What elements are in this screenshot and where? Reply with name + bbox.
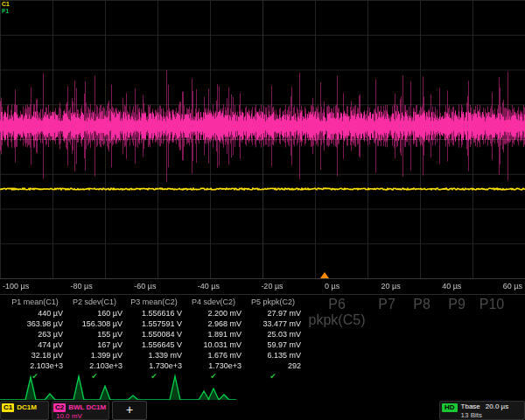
measure-column: P3 mean(C2)1.556616 V1.557591 V1.550084 … xyxy=(126,297,186,382)
timebase-value: 20.0 µs xyxy=(486,402,508,411)
measure-column-header[interactable]: P5 pkpk(C2) xyxy=(245,297,301,308)
time-axis: -100 µs-80 µs-60 µs-40 µs-20 µs0 µs20 µs… xyxy=(0,279,525,293)
measure-value: 1.550084 V xyxy=(126,329,182,340)
measure-value: 6.135 mV xyxy=(245,350,301,360)
measure-value: 1.730e+3 xyxy=(186,360,242,371)
c2-coupling-label: BWL DC1M xyxy=(68,403,106,411)
measure-value: 156.308 µV xyxy=(66,318,122,329)
timebase-bits-label: 13 Bits xyxy=(461,411,509,420)
measure-value: 1.399 µV xyxy=(66,350,122,360)
measure-table: P1 mean(C1)440 µV363.98 µV263 µV474 µV32… xyxy=(0,294,525,380)
measure-column-header[interactable]: P9 xyxy=(439,297,474,312)
timebase-descriptor[interactable]: HD Tbase 20.0 µs 13 Bits xyxy=(439,401,525,420)
measure-value: 167 µV xyxy=(66,340,122,350)
time-axis-label: -100 µs xyxy=(3,282,29,290)
trace-status-label: F1 xyxy=(2,8,10,15)
measure-value: 33.477 mV xyxy=(245,318,301,329)
trigger-position-icon xyxy=(320,272,329,278)
cursor-crosshair-button[interactable]: + xyxy=(112,401,147,420)
measure-column: P5 pkpk(C2)27.97 mV33.477 mV25.03 mV59.9… xyxy=(245,297,304,382)
channel-c2-descriptor[interactable]: C2 BWL DC1M 10.0 mV xyxy=(52,401,109,420)
time-axis-label: 20 µs xyxy=(382,282,401,290)
measure-value: 1.556645 V xyxy=(126,340,182,350)
time-axis-label: -60 µs xyxy=(134,282,156,290)
measure-value: 155 µV xyxy=(66,329,122,340)
timebase-label: Tbase xyxy=(461,402,480,411)
histogram-canvas xyxy=(0,373,525,402)
measure-value: 25.03 mV xyxy=(245,329,301,340)
measure-value: 32.18 µV xyxy=(7,350,63,360)
time-axis-label: 40 µs xyxy=(442,282,461,290)
measure-value: 27.97 mV xyxy=(245,308,301,318)
measure-value: 292 xyxy=(245,360,301,371)
c2-channel-tag: C2 xyxy=(53,403,66,412)
bottom-descriptor-bar: C1 DC1M C2 BWL DC1M 10.0 mV + HD Tbase 2… xyxy=(0,400,525,420)
measure-value: 2.200 mV xyxy=(186,308,242,318)
measure-column: P6 pkpk(C5) xyxy=(304,297,369,328)
measure-value: 2.103e+3 xyxy=(66,360,122,371)
measure-column-header[interactable]: P7 xyxy=(369,297,404,312)
oscilloscope-screen: C1F1 -100 µs-80 µs-60 µs-40 µs-20 µs0 µs… xyxy=(0,0,525,420)
measure-value: 2.968 mV xyxy=(186,318,242,329)
measure-value: 1.339 mV xyxy=(126,350,182,360)
measure-column: P2 sdev(C1)160 µV156.308 µV155 µV167 µV1… xyxy=(66,297,126,382)
measure-value: 263 µV xyxy=(7,329,63,340)
time-axis-label: 60 µs xyxy=(503,282,522,290)
measure-column-header[interactable]: P10 xyxy=(474,297,509,312)
measure-value: 160 µV xyxy=(66,308,122,318)
measure-column-header[interactable]: P3 mean(C2) xyxy=(126,297,182,308)
measure-value: 474 µV xyxy=(7,340,63,350)
trace-status-label: C1 xyxy=(2,1,10,8)
waveform-graticule: C1F1 xyxy=(0,0,525,279)
measure-value: 363.98 µV xyxy=(7,318,63,329)
measure-column-header[interactable]: P1 mean(C1) xyxy=(7,297,63,308)
c1-coupling-label: DC1M xyxy=(17,403,37,411)
c1-scale-label xyxy=(2,412,46,420)
measure-column: P10 xyxy=(474,297,509,312)
bottom-bar-spacer xyxy=(150,401,437,420)
measure-column: P9 xyxy=(439,297,474,312)
measure-value: 1.891 mV xyxy=(186,329,242,340)
measure-value: 1.676 mV xyxy=(186,350,242,360)
measure-value: 10.031 mV xyxy=(186,340,242,350)
time-axis-label: -80 µs xyxy=(71,282,93,290)
c2-scale-label: 10.0 mV xyxy=(53,412,106,420)
measure-value: 2.103e+3 xyxy=(7,360,63,371)
trace-status-labels: C1F1 xyxy=(2,1,10,15)
measure-value: 1.557591 V xyxy=(126,318,182,329)
c1-channel-tag: C1 xyxy=(2,403,14,412)
measure-value: 59.97 mV xyxy=(245,340,301,350)
time-axis-label: 0 µs xyxy=(325,282,340,290)
measure-column-header[interactable]: P8 xyxy=(404,297,439,312)
time-axis-label: -40 µs xyxy=(198,282,220,290)
measure-value: 1.556616 V xyxy=(126,308,182,318)
time-axis-label: -20 µs xyxy=(261,282,283,290)
measure-value: 440 µV xyxy=(7,308,63,318)
hd-mode-badge: HD xyxy=(442,403,458,412)
measure-column-header[interactable]: P2 sdev(C1) xyxy=(66,297,122,308)
measure-column-header[interactable]: P4 sdev(C2) xyxy=(186,297,242,308)
measure-column: P8 xyxy=(404,297,439,312)
measure-value: 1.730e+3 xyxy=(126,360,182,371)
measure-column-header[interactable]: P6 pkpk(C5) xyxy=(304,297,369,328)
measure-column: P4 sdev(C2)2.200 mV2.968 mV1.891 mV10.03… xyxy=(186,297,245,382)
channel-c1-descriptor[interactable]: C1 DC1M xyxy=(0,401,49,420)
measure-column: P1 mean(C1)440 µV363.98 µV263 µV474 µV32… xyxy=(7,297,66,382)
measure-column: P7 xyxy=(369,297,404,312)
waveform-canvas xyxy=(0,0,525,278)
